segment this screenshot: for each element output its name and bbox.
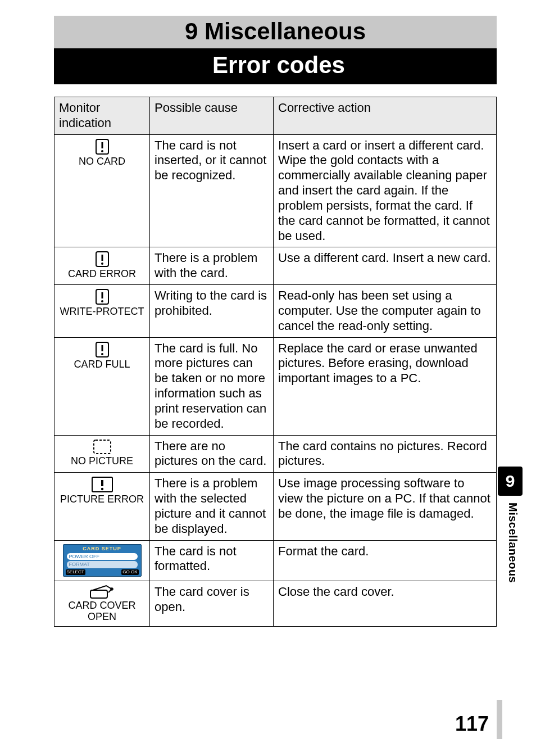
monitor-cell: CARD SETUP POWER OFF FORMAT SELECT GO OK [54,540,150,581]
table-row: CARD ERROR There is a problem with the c… [54,247,497,285]
card-setup-row-poweroff: POWER OFF [67,553,138,560]
card-setup-footer-left: SELECT [66,569,85,575]
action-cell: Replace the card or erase unwanted pictu… [274,337,497,435]
action-cell: Use a different card. Insert a new card. [274,247,497,285]
chapter-title: 9 Miscellaneous [54,17,497,48]
header-cause: Possible cause [150,97,274,135]
monitor-label: PICTURE ERROR [59,494,145,505]
monitor-cell: CARD FULL [54,337,150,435]
monitor-label: NO CARD [59,156,145,168]
svg-point-5 [101,262,103,265]
monitor-label: CARD ERROR [59,269,145,280]
cause-cell: There is a problem with the card. [150,247,274,285]
side-chapter-number: 9 [506,472,515,491]
monitor-label: CARD COVER OPEN [59,600,145,623]
monitor-cell: NO CARD [54,134,150,247]
cause-cell: There is a problem with the selected pic… [150,473,274,540]
monitor-label: NO PICTURE [59,456,145,467]
svg-point-11 [101,353,103,355]
action-cell: Read-only has been set using a computer.… [274,285,497,337]
table-row: CARD FULL The card is full. No more pict… [54,337,497,435]
cause-cell: The card cover is open. [150,581,274,627]
monitor-cell: CARD ERROR [54,247,150,285]
warning-card-icon [94,288,111,305]
page: 9 Miscellaneous Error codes Monitor indi… [0,0,536,756]
cause-cell: Writing to the card is prohibited. [150,285,274,337]
svg-point-15 [101,488,103,490]
svg-point-2 [101,150,103,152]
table-row: PICTURE ERROR There is a problem with th… [54,473,497,540]
table-header-row: Monitor indication Possible cause Correc… [54,97,497,135]
monitor-label: WRITE-PROTECT [59,306,145,318]
card-setup-menu-icon: CARD SETUP POWER OFF FORMAT SELECT GO OK [63,544,142,577]
warning-card-icon [94,138,111,155]
card-setup-row-format: FORMAT [67,561,138,568]
side-chapter-label: Miscellaneous [506,503,519,583]
monitor-cell: PICTURE ERROR [54,473,150,540]
page-number-bar [497,700,502,739]
svg-rect-12 [94,440,111,454]
cause-cell: There are no pictures on the card. [150,435,274,473]
error-codes-table-wrap: Monitor indication Possible cause Correc… [54,84,497,627]
table-row: NO CARD The card is not inserted, or it … [54,134,497,247]
monitor-cell: CARD COVER OPEN [54,581,150,627]
page-number: 117 [455,712,489,736]
table-row: CARD COVER OPEN The card cover is open. … [54,581,497,627]
warning-card-icon [94,341,111,358]
table-row: NO PICTURE There are no pictures on the … [54,435,497,473]
cause-cell: The card is not inserted, or it cannot b… [150,134,274,247]
picture-error-icon [91,476,113,493]
dashed-frame-icon [93,439,112,455]
table-row: WRITE-PROTECT Writing to the card is pro… [54,285,497,337]
action-cell: Format the card. [274,540,497,581]
table-row: CARD SETUP POWER OFF FORMAT SELECT GO OK… [54,540,497,581]
warning-card-icon [94,251,111,268]
card-setup-footer: SELECT GO OK [65,569,140,575]
svg-point-8 [101,300,103,302]
page-number-wrap: 117 [455,700,502,736]
card-setup-header: CARD SETUP [65,546,140,552]
svg-rect-16 [90,590,107,598]
error-codes-table: Monitor indication Possible cause Correc… [54,97,497,627]
action-cell: The card contains no pictures. Record pi… [274,435,497,473]
section-title: Error codes [54,48,497,84]
card-setup-footer-right: GO OK [121,569,138,575]
header-action: Corrective action [274,97,497,135]
cause-cell: The card is not formatted. [150,540,274,581]
action-cell: Use image processing software to view th… [274,473,497,540]
chapter-banner: 9 Miscellaneous Error codes [54,16,497,84]
card-cover-open-icon [89,585,115,599]
action-cell: Insert a card or insert a different card… [274,134,497,247]
monitor-cell: WRITE-PROTECT [54,285,150,337]
cause-cell: The card is full. No more pictures can b… [150,337,274,435]
monitor-label: CARD FULL [59,359,145,370]
header-monitor: Monitor indication [54,97,150,135]
monitor-cell: NO PICTURE [54,435,150,473]
action-cell: Close the card cover. [274,581,497,627]
side-chapter-tab: 9 [498,467,523,496]
